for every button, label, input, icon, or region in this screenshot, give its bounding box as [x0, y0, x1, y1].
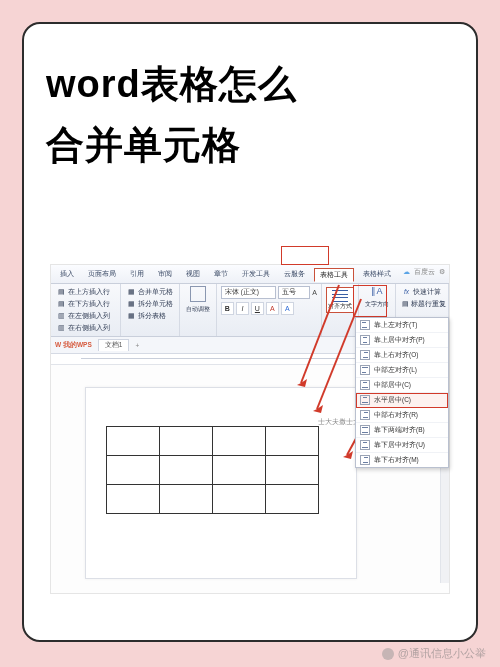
group-merge: ▦合并单元格 ▦拆分单元格 ▦拆分表格	[121, 284, 180, 336]
align-bottom-center-icon	[360, 440, 370, 450]
font-name-select[interactable]: 宋体 (正文)	[221, 286, 277, 299]
fx-icon: fx	[402, 287, 411, 296]
wps-screenshot: 插入 页面布局 引用 审阅 视图 章节 开发工具 云服务 表格工具 表格样式 ☁…	[50, 264, 450, 594]
group-autofit: 自动调整	[180, 284, 217, 336]
tab-view[interactable]: 视图	[181, 268, 205, 280]
ribbon-tabs: 插入 页面布局 引用 审阅 视图 章节 开发工具 云服务 表格工具 表格样式 ☁…	[51, 265, 449, 284]
align-bottom-center[interactable]: 靠下居中对齐(U)	[356, 438, 448, 453]
align-middle-right[interactable]: 中部右对齐(R)	[356, 408, 448, 423]
insert-row-below-icon: ▤	[57, 299, 66, 308]
ribbon-right-controls: ☁ 百度云 ⚙	[403, 267, 445, 277]
tab-cloud[interactable]: 云服务	[279, 268, 310, 280]
align-middle-center-icon	[360, 380, 370, 390]
autofit-button[interactable]: 自动调整	[184, 286, 212, 315]
tab-table-tools[interactable]: 表格工具	[314, 268, 354, 282]
align-bottom-right[interactable]: 靠下右对齐(M)	[356, 453, 448, 467]
align-top-left[interactable]: 靠上左对齐(T)	[356, 318, 448, 333]
align-top-center[interactable]: 靠上居中对齐(P)	[356, 333, 448, 348]
merge-cells-icon: ▦	[127, 287, 136, 296]
insert-col-right-button[interactable]: ▥在右侧插入列	[55, 322, 112, 333]
new-tab-button[interactable]: +	[135, 342, 139, 349]
document-tab[interactable]: 文档1	[98, 339, 130, 351]
align-top-right-icon	[360, 350, 370, 360]
title-row-repeat-button[interactable]: ▤标题行重复	[400, 298, 444, 309]
insert-row-above-icon: ▤	[57, 287, 66, 296]
watermark-text: @通讯信息小公举	[398, 646, 486, 661]
tutorial-title: word表格怎么 合并单元格	[24, 24, 476, 186]
split-cells-button[interactable]: ▦拆分单元格	[125, 298, 175, 309]
align-middle-left-icon	[360, 365, 370, 375]
ribbon-body: ▤在上方插入行 ▤在下方插入行 ▥在左侧插入列 ▥在右侧插入列 ▦合并单元格 ▦…	[51, 284, 449, 337]
title-repeat-icon: ▤	[402, 299, 409, 308]
split-cells-icon: ▦	[127, 299, 136, 308]
insert-col-left-icon: ▥	[57, 311, 66, 320]
fx-button[interactable]: fx快速计算	[400, 286, 444, 297]
alignment-dropdown-menu: 靠上左对齐(T) 靠上居中对齐(P) 靠上右对齐(O) 中部左对齐(L) 中部居…	[355, 317, 449, 468]
align-horizontal-center-icon	[360, 395, 370, 405]
tab-page-layout[interactable]: 页面布局	[83, 268, 121, 280]
align-bottom-justify-icon	[360, 425, 370, 435]
tab-developer[interactable]: 开发工具	[237, 268, 275, 280]
split-table-icon: ▦	[127, 311, 136, 320]
align-top-center-icon	[360, 335, 370, 345]
align-top-right[interactable]: 靠上右对齐(O)	[356, 348, 448, 363]
title-line-2: 合并单元格	[46, 115, 454, 176]
wps-home-tab[interactable]: W 我的WPS	[55, 341, 92, 350]
align-horizontal-center[interactable]: 水平居中(C)	[356, 393, 448, 408]
split-table-button[interactable]: ▦拆分表格	[125, 310, 175, 321]
insert-row-above-button[interactable]: ▤在上方插入行	[55, 286, 116, 297]
tab-insert[interactable]: 插入	[55, 268, 79, 280]
cloud-label: 百度云	[414, 267, 435, 277]
underline-button[interactable]: U	[251, 302, 264, 315]
align-bottom-right-icon	[360, 455, 370, 465]
insert-col-left-button[interactable]: ▥在左侧插入列	[55, 310, 112, 321]
cloud-icon[interactable]: ☁	[403, 268, 410, 276]
tab-review[interactable]: 审阅	[153, 268, 177, 280]
merge-cells-button[interactable]: ▦合并单元格	[125, 286, 175, 297]
align-middle-center[interactable]: 中部居中(C)	[356, 378, 448, 393]
tab-chapter[interactable]: 章节	[209, 268, 233, 280]
align-middle-right-icon	[360, 410, 370, 420]
insert-col-right-icon: ▥	[57, 323, 66, 332]
watermark: @通讯信息小公举	[382, 646, 486, 661]
watermark-avatar-icon	[382, 648, 394, 660]
gear-icon[interactable]: ⚙	[439, 268, 445, 276]
highlight-button[interactable]: A	[281, 302, 294, 315]
insert-row-below-button[interactable]: ▤在下方插入行	[55, 298, 116, 309]
bold-button[interactable]: B	[221, 302, 234, 315]
align-middle-left[interactable]: 中部左对齐(L)	[356, 363, 448, 378]
align-bottom-justify[interactable]: 靠下两端对齐(B)	[356, 423, 448, 438]
tab-table-style[interactable]: 表格样式	[358, 268, 396, 280]
italic-button[interactable]: I	[236, 302, 249, 315]
text-direction-icon: ∥A	[371, 286, 382, 297]
group-insert-rows-cols: ▤在上方插入行 ▤在下方插入行 ▥在左侧插入列 ▥在右侧插入列	[51, 284, 121, 336]
autofit-icon	[190, 286, 206, 302]
align-top-left-icon	[360, 320, 370, 330]
card-frame: word表格怎么 合并单元格 插入 页面布局 引用 审阅 视图 章节 开发工具 …	[22, 22, 478, 642]
font-color-button[interactable]: A	[266, 302, 279, 315]
tab-references[interactable]: 引用	[125, 268, 149, 280]
annotation-red-box-tab	[281, 246, 329, 265]
title-line-1: word表格怎么	[46, 54, 454, 115]
word-table[interactable]	[106, 426, 319, 514]
